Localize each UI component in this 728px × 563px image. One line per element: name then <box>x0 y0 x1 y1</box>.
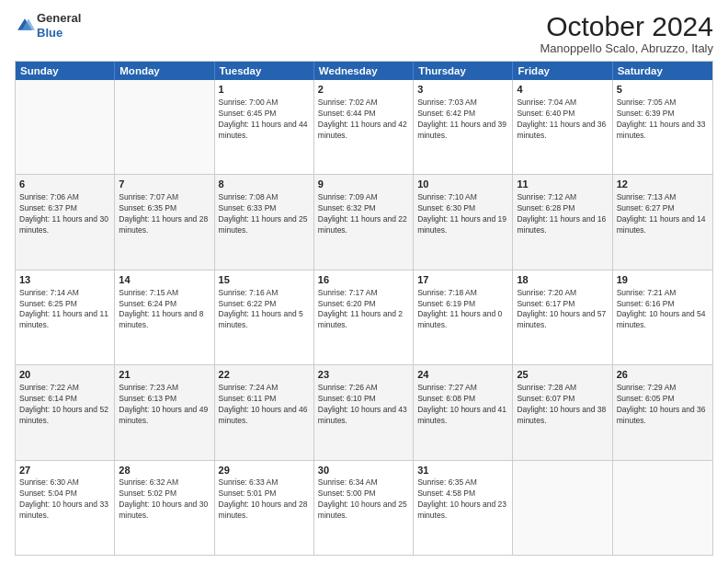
day-number: 12 <box>617 178 709 191</box>
day-number: 24 <box>417 368 508 382</box>
day-number: 10 <box>417 178 508 191</box>
empty-cell <box>16 80 115 174</box>
logo-icon <box>15 16 35 36</box>
day-header-wednesday: Wednesday <box>314 62 414 80</box>
day-cell-22: 22Sunrise: 7:24 AMSunset: 6:11 PMDayligh… <box>215 365 314 459</box>
sun-info: Sunrise: 7:04 AMSunset: 6:40 PMDaylight:… <box>517 98 608 142</box>
day-number: 8 <box>219 178 310 191</box>
sun-info: Sunrise: 6:34 AMSunset: 5:00 PMDaylight:… <box>318 477 409 522</box>
day-cell-5: 5Sunrise: 7:05 AMSunset: 6:39 PMDaylight… <box>613 80 712 174</box>
header: General Blue October 2024 Manoppello Sca… <box>15 11 713 55</box>
day-number: 26 <box>617 368 709 382</box>
sun-info: Sunrise: 7:15 AMSunset: 6:24 PMDaylight:… <box>119 288 210 332</box>
day-cell-25: 25Sunrise: 7:28 AMSunset: 6:07 PMDayligh… <box>513 365 612 459</box>
sun-info: Sunrise: 7:03 AMSunset: 6:42 PMDaylight:… <box>417 98 508 142</box>
calendar-week-5: 27Sunrise: 6:30 AMSunset: 5:04 PMDayligh… <box>16 460 712 555</box>
calendar-week-2: 6Sunrise: 7:06 AMSunset: 6:37 PMDaylight… <box>16 174 712 269</box>
empty-cell <box>513 461 612 555</box>
day-cell-7: 7Sunrise: 7:07 AMSunset: 6:35 PMDaylight… <box>115 175 214 269</box>
day-cell-14: 14Sunrise: 7:15 AMSunset: 6:24 PMDayligh… <box>115 270 214 364</box>
day-number: 20 <box>19 368 110 382</box>
empty-cell <box>115 80 214 174</box>
page: General Blue October 2024 Manoppello Sca… <box>0 0 728 563</box>
day-number: 1 <box>219 83 310 97</box>
day-number: 27 <box>19 464 110 477</box>
location: Manoppello Scalo, Abruzzo, Italy <box>540 41 713 55</box>
day-cell-11: 11Sunrise: 7:12 AMSunset: 6:28 PMDayligh… <box>513 175 612 269</box>
sun-info: Sunrise: 7:10 AMSunset: 6:30 PMDaylight:… <box>417 192 508 236</box>
sun-info: Sunrise: 6:30 AMSunset: 5:04 PMDaylight:… <box>19 477 110 522</box>
sun-info: Sunrise: 7:16 AMSunset: 6:22 PMDaylight:… <box>219 288 310 332</box>
day-cell-18: 18Sunrise: 7:20 AMSunset: 6:17 PMDayligh… <box>513 270 612 364</box>
sun-info: Sunrise: 7:23 AMSunset: 6:13 PMDaylight:… <box>119 383 210 427</box>
title-block: October 2024 Manoppello Scalo, Abruzzo, … <box>540 11 713 55</box>
day-cell-10: 10Sunrise: 7:10 AMSunset: 6:30 PMDayligh… <box>414 175 513 269</box>
day-cell-29: 29Sunrise: 6:33 AMSunset: 5:01 PMDayligh… <box>215 461 314 555</box>
sun-info: Sunrise: 7:20 AMSunset: 6:17 PMDaylight:… <box>517 288 608 332</box>
day-number: 17 <box>417 273 508 287</box>
sun-info: Sunrise: 7:07 AMSunset: 6:35 PMDaylight:… <box>119 192 210 236</box>
day-number: 11 <box>517 178 608 191</box>
day-number: 4 <box>517 83 608 97</box>
day-number: 28 <box>119 464 210 477</box>
day-cell-8: 8Sunrise: 7:08 AMSunset: 6:33 PMDaylight… <box>215 175 314 269</box>
day-number: 22 <box>219 368 310 382</box>
calendar-week-3: 13Sunrise: 7:14 AMSunset: 6:25 PMDayligh… <box>16 270 712 364</box>
day-header-friday: Friday <box>513 62 612 80</box>
sun-info: Sunrise: 7:12 AMSunset: 6:28 PMDaylight:… <box>517 192 608 236</box>
sun-info: Sunrise: 7:02 AMSunset: 6:44 PMDaylight:… <box>318 98 409 142</box>
day-cell-1: 1Sunrise: 7:00 AMSunset: 6:45 PMDaylight… <box>215 80 314 174</box>
day-cell-12: 12Sunrise: 7:13 AMSunset: 6:27 PMDayligh… <box>613 175 712 269</box>
day-header-tuesday: Tuesday <box>215 62 314 80</box>
day-number: 30 <box>318 464 409 477</box>
day-cell-20: 20Sunrise: 7:22 AMSunset: 6:14 PMDayligh… <box>16 365 115 459</box>
day-number: 15 <box>219 273 310 287</box>
day-number: 21 <box>119 368 210 382</box>
day-number: 7 <box>119 178 210 191</box>
empty-cell <box>613 461 712 555</box>
sun-info: Sunrise: 7:22 AMSunset: 6:14 PMDaylight:… <box>19 383 110 427</box>
day-cell-15: 15Sunrise: 7:16 AMSunset: 6:22 PMDayligh… <box>215 270 314 364</box>
sun-info: Sunrise: 7:14 AMSunset: 6:25 PMDaylight:… <box>19 288 110 332</box>
sun-info: Sunrise: 7:13 AMSunset: 6:27 PMDaylight:… <box>617 192 709 236</box>
sun-info: Sunrise: 6:33 AMSunset: 5:01 PMDaylight:… <box>219 477 310 522</box>
day-cell-3: 3Sunrise: 7:03 AMSunset: 6:42 PMDaylight… <box>414 80 513 174</box>
calendar-week-1: 1Sunrise: 7:00 AMSunset: 6:45 PMDaylight… <box>16 80 712 174</box>
day-cell-17: 17Sunrise: 7:18 AMSunset: 6:19 PMDayligh… <box>414 270 513 364</box>
day-number: 16 <box>318 273 409 287</box>
day-cell-6: 6Sunrise: 7:06 AMSunset: 6:37 PMDaylight… <box>16 175 115 269</box>
day-number: 5 <box>617 83 709 97</box>
day-cell-30: 30Sunrise: 6:34 AMSunset: 5:00 PMDayligh… <box>314 461 414 555</box>
calendar: SundayMondayTuesdayWednesdayThursdayFrid… <box>15 61 713 556</box>
day-number: 9 <box>318 178 409 191</box>
day-cell-9: 9Sunrise: 7:09 AMSunset: 6:32 PMDaylight… <box>314 175 414 269</box>
day-cell-23: 23Sunrise: 7:26 AMSunset: 6:10 PMDayligh… <box>314 365 414 459</box>
sun-info: Sunrise: 7:29 AMSunset: 6:05 PMDaylight:… <box>617 383 709 427</box>
sun-info: Sunrise: 6:35 AMSunset: 4:58 PMDaylight:… <box>417 477 508 522</box>
sun-info: Sunrise: 7:24 AMSunset: 6:11 PMDaylight:… <box>219 383 310 427</box>
calendar-header: SundayMondayTuesdayWednesdayThursdayFrid… <box>16 62 712 80</box>
sun-info: Sunrise: 7:26 AMSunset: 6:10 PMDaylight:… <box>318 383 409 427</box>
sun-info: Sunrise: 7:27 AMSunset: 6:08 PMDaylight:… <box>417 383 508 427</box>
month-title: October 2024 <box>540 11 713 41</box>
day-number: 2 <box>318 83 409 97</box>
sun-info: Sunrise: 7:21 AMSunset: 6:16 PMDaylight:… <box>617 288 709 332</box>
sun-info: Sunrise: 7:08 AMSunset: 6:33 PMDaylight:… <box>219 192 310 236</box>
day-cell-13: 13Sunrise: 7:14 AMSunset: 6:25 PMDayligh… <box>16 270 115 364</box>
day-number: 31 <box>417 464 508 477</box>
day-cell-26: 26Sunrise: 7:29 AMSunset: 6:05 PMDayligh… <box>613 365 712 459</box>
day-header-sunday: Sunday <box>16 62 115 80</box>
day-number: 14 <box>119 273 210 287</box>
day-header-monday: Monday <box>115 62 214 80</box>
day-cell-31: 31Sunrise: 6:35 AMSunset: 4:58 PMDayligh… <box>414 461 513 555</box>
sun-info: Sunrise: 7:28 AMSunset: 6:07 PMDaylight:… <box>517 383 608 427</box>
day-cell-21: 21Sunrise: 7:23 AMSunset: 6:13 PMDayligh… <box>115 365 214 459</box>
day-number: 13 <box>19 273 110 287</box>
sun-info: Sunrise: 7:18 AMSunset: 6:19 PMDaylight:… <box>417 288 508 332</box>
day-number: 19 <box>617 273 709 287</box>
day-header-thursday: Thursday <box>414 62 513 80</box>
day-number: 3 <box>417 83 508 97</box>
day-cell-2: 2Sunrise: 7:02 AMSunset: 6:44 PMDaylight… <box>314 80 414 174</box>
sun-info: Sunrise: 7:05 AMSunset: 6:39 PMDaylight:… <box>617 98 709 142</box>
logo-text: General Blue <box>37 11 81 40</box>
